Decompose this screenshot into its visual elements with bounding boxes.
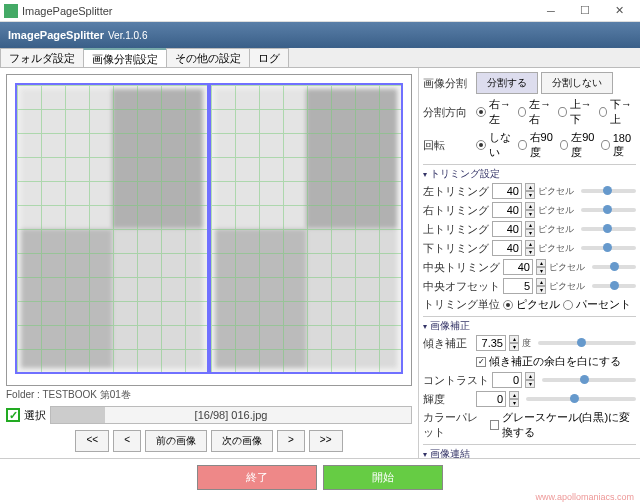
prev-button[interactable]: < (113, 430, 141, 452)
trim-offset-input[interactable] (503, 278, 533, 294)
image-preview[interactable] (6, 74, 412, 386)
grayscale-checkbox[interactable] (490, 420, 499, 430)
trim-center-input[interactable] (503, 259, 533, 275)
app-title: ImagePageSplitter (8, 29, 104, 41)
rot-r90-radio[interactable] (518, 140, 526, 150)
folder-label: Folder : TESTBOOK 第01巻 (6, 388, 412, 402)
rot-l90-radio[interactable] (560, 140, 568, 150)
rot-180-radio[interactable] (601, 140, 609, 150)
trim-left-input[interactable] (492, 183, 522, 199)
next-button[interactable]: > (277, 430, 305, 452)
tab-folder[interactable]: フォルダ設定 (0, 48, 84, 67)
tilt-slider[interactable] (538, 341, 636, 345)
tab-bar: フォルダ設定 画像分割設定 その他の設定 ログ (0, 48, 640, 68)
dir-rl-radio[interactable] (476, 107, 486, 117)
app-version: Ver.1.0.6 (108, 30, 147, 41)
trim-top-slider[interactable] (581, 227, 636, 231)
end-button[interactable]: 終了 (197, 465, 317, 490)
app-icon (4, 4, 18, 18)
dir-lr-radio[interactable] (518, 107, 526, 117)
last-button[interactable]: >> (309, 430, 343, 452)
trim-center-slider[interactable] (592, 265, 636, 269)
left-pane: Folder : TESTBOOK 第01巻 ✓ 選択 [16/98] 016.… (0, 68, 418, 458)
select-label: 選択 (24, 408, 46, 423)
trim-right-slider[interactable] (581, 208, 636, 212)
rot-none-radio[interactable] (476, 140, 486, 150)
dir-tb-radio[interactable] (558, 107, 566, 117)
settings-pane: 画像分割 分割する 分割しない 分割方向 右→左 左→右 上→下 下→上 回転 … (418, 68, 640, 458)
trim-bottom-input[interactable] (492, 240, 522, 256)
window-title: ImagePageSplitter (22, 5, 113, 17)
tab-log[interactable]: ログ (249, 48, 289, 67)
tab-other[interactable]: その他の設定 (166, 48, 250, 67)
split-label: 画像分割 (423, 76, 473, 91)
app-banner: ImagePageSplitter Ver.1.0.6 (0, 22, 640, 48)
join-section[interactable]: 画像連結 (423, 444, 636, 458)
brightness-input[interactable] (476, 391, 506, 407)
footer: 終了 開始 (0, 458, 640, 496)
tab-split[interactable]: 画像分割設定 (83, 48, 167, 67)
contrast-input[interactable] (492, 372, 522, 388)
tilt-white-checkbox[interactable]: ✓ (476, 357, 486, 367)
start-button[interactable]: 開始 (323, 465, 443, 490)
trim-section[interactable]: トリミング設定 (423, 164, 636, 181)
trim-offset-slider[interactable] (592, 284, 636, 288)
maximize-button[interactable]: ☐ (568, 0, 602, 22)
unit-pct-radio[interactable] (563, 300, 573, 310)
rot-label: 回転 (423, 138, 473, 153)
prev-image-button[interactable]: 前の画像 (145, 430, 207, 452)
progress-bar: [16/98] 016.jpg (50, 406, 412, 424)
trim-top-input[interactable] (492, 221, 522, 237)
dir-label: 分割方向 (423, 105, 473, 120)
corr-section[interactable]: 画像補正 (423, 316, 636, 333)
brightness-slider[interactable] (526, 397, 636, 401)
next-image-button[interactable]: 次の画像 (211, 430, 273, 452)
minimize-button[interactable]: ─ (534, 0, 568, 22)
trim-right-input[interactable] (492, 202, 522, 218)
first-button[interactable]: << (75, 430, 109, 452)
select-checkbox[interactable]: ✓ (6, 408, 20, 422)
contrast-slider[interactable] (542, 378, 636, 382)
dir-bt-radio[interactable] (599, 107, 607, 117)
split-do-button[interactable]: 分割する (476, 72, 538, 94)
watermark: www.apollomaniacs.com (535, 492, 634, 502)
titlebar: ImagePageSplitter ─ ☐ ✕ (0, 0, 640, 22)
close-button[interactable]: ✕ (602, 0, 636, 22)
trim-left-slider[interactable] (581, 189, 636, 193)
tilt-input[interactable] (476, 335, 506, 351)
spinner[interactable]: ▴▾ (525, 183, 535, 199)
unit-px-radio[interactable] (503, 300, 513, 310)
split-dont-button[interactable]: 分割しない (541, 72, 613, 94)
trim-bottom-slider[interactable] (581, 246, 636, 250)
nav-row: << < 前の画像 次の画像 > >> (6, 430, 412, 452)
